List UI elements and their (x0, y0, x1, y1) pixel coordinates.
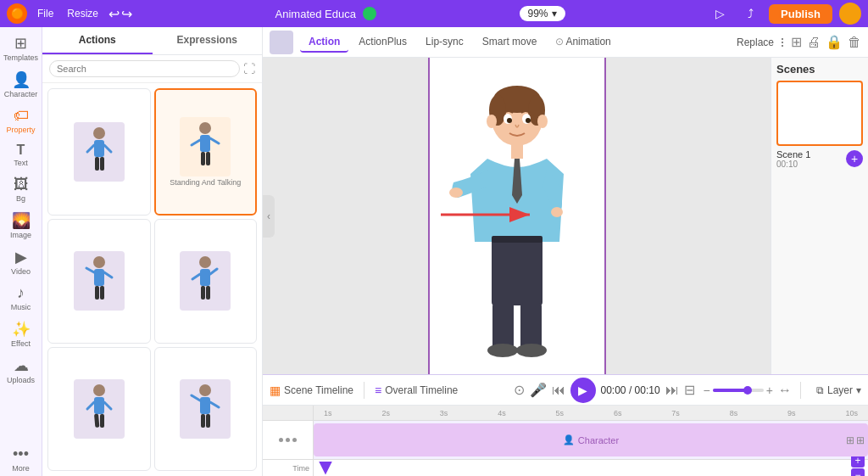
more-label: More (12, 464, 30, 473)
sidebar-item-effect[interactable]: ✨ Effect (2, 316, 41, 351)
zoom-in-icon[interactable]: + (766, 384, 773, 397)
undo-icon[interactable]: ↩ (108, 6, 120, 22)
sidebar-item-character[interactable]: 👤 Character (2, 67, 41, 102)
tab-action[interactable]: Action (300, 32, 348, 53)
panel-tabs: Actions Expressions (42, 27, 262, 55)
tl-expand-icon[interactable]: ↔ (778, 383, 792, 398)
action-item-3[interactable] (47, 219, 151, 343)
tl-skip-back-icon[interactable]: ⏮ (552, 383, 565, 398)
time-decrease-button[interactable]: − (851, 468, 865, 476)
columns-icon[interactable]: ⫶ (779, 35, 786, 50)
redo-icon[interactable]: ↪ (121, 6, 132, 22)
actions-grid: Standing And Talking (42, 83, 262, 476)
tab-lipsync[interactable]: Lip-sync (417, 32, 472, 53)
expand-icon[interactable]: ⛶ (243, 62, 255, 76)
scene-timeline-button[interactable]: ▦ Scene Timeline (270, 384, 353, 397)
play-button[interactable]: ▶ (570, 378, 596, 403)
tl-camera-icon[interactable]: ⊙ (514, 382, 525, 398)
track-vol-right-icon[interactable]: ⊞ (856, 434, 865, 446)
content-top-bar: Action ActionPlus Lip-sync Smart move ⊙A… (263, 27, 868, 58)
grid-icon[interactable]: ⊞ (791, 34, 802, 50)
scene-timeline-icon: ▦ (270, 384, 281, 397)
sidebar-item-text[interactable]: T Text (2, 139, 41, 171)
image-icon: 🌄 (12, 211, 31, 230)
zoom-fill (713, 389, 747, 392)
add-scene-button[interactable]: + (846, 150, 863, 167)
zoom-area: − + (704, 384, 773, 397)
action-item-6[interactable] (154, 347, 258, 471)
svg-rect-28 (94, 413, 99, 427)
tab-actionplus[interactable]: ActionPlus (350, 32, 415, 53)
trash-icon[interactable]: 🗑 (848, 35, 861, 50)
mark-1s: 1s (324, 409, 332, 417)
tab-actions[interactable]: Actions (42, 27, 153, 54)
sidebar-item-more[interactable]: ••• More (2, 442, 41, 476)
playhead-marker[interactable] (319, 462, 332, 475)
tl-mic-icon[interactable]: 🎤 (530, 382, 547, 398)
ruler-corner (263, 406, 313, 421)
bg-icon: 🖼 (14, 176, 29, 193)
sidebar-item-templates[interactable]: ⊞ Templates (2, 31, 41, 65)
svg-rect-17 (100, 286, 104, 300)
character-track[interactable]: 👤 Character ⊞ ⊞ (314, 423, 868, 456)
mark-6s: 6s (614, 409, 622, 417)
menu-file[interactable]: File (34, 8, 57, 20)
zoom-out-icon[interactable]: − (704, 384, 710, 397)
mark-7s: 7s (671, 409, 680, 417)
bg-label: Bg (16, 194, 25, 203)
sidebar-item-property[interactable]: 🏷 Property (2, 104, 41, 137)
layer-control: ⧉ Layer ▾ (816, 384, 861, 396)
action-item-5[interactable] (47, 347, 151, 471)
svg-point-41 (537, 115, 548, 128)
svg-point-24 (93, 384, 105, 396)
track-vol-left-icon[interactable]: ⊞ (846, 434, 854, 446)
share-icon[interactable]: ⤴ (738, 2, 762, 25)
text-icon: T (17, 143, 25, 158)
overall-timeline-button[interactable]: ≡ Overall Timeline (375, 384, 458, 397)
time-display: 00:00 / 00:10 (601, 384, 660, 396)
scene-thumbnail-1[interactable] (776, 81, 863, 146)
dot-2 (286, 438, 290, 442)
templates-icon: ⊞ (14, 34, 27, 53)
sidebar-item-video[interactable]: ▶ Video (2, 244, 41, 279)
tab-smartmove[interactable]: Smart move (474, 32, 546, 53)
canvas[interactable] (428, 58, 606, 374)
topbar: 🟠 File Resize ↩ ↪ Animated Educa 99% ▾ ▷… (0, 0, 868, 27)
track-end-icons: ⊞ ⊞ (846, 434, 865, 446)
sidebar-item-image[interactable]: 🌄 Image (2, 208, 41, 243)
tab-expressions[interactable]: Expressions (153, 27, 263, 54)
timeline-header: ▦ Scene Timeline ≡ Overall Timeline ⊙ 🎤 … (263, 375, 868, 406)
sidebar-item-uploads[interactable]: ☁ Uploads (2, 353, 41, 388)
tl-skip-forward-icon[interactable]: ⏭ (665, 383, 679, 398)
zoom-display[interactable]: 99% ▾ (520, 6, 565, 21)
user-avatar[interactable] (839, 3, 861, 25)
lock-icon[interactable]: 🔒 (826, 34, 843, 50)
svg-rect-46 (511, 143, 523, 159)
sidebar-item-bg[interactable]: 🖼 Bg (2, 172, 41, 206)
project-name: Animated Educa (275, 8, 356, 20)
svg-line-20 (192, 274, 200, 279)
print-icon[interactable]: 🖨 (807, 35, 821, 50)
main-area: ⊞ Templates 👤 Character 🏷 Property T Tex… (0, 27, 868, 476)
sidebar-item-music[interactable]: ♪ Music (2, 281, 41, 315)
action-item-1[interactable] (47, 88, 151, 216)
tab-animation[interactable]: ⊙Animation (547, 32, 619, 53)
zoom-thumb[interactable] (743, 386, 752, 395)
track-label-area (263, 421, 313, 459)
canvas-scenes-area: ‹ (263, 58, 868, 374)
video-icon: ▶ (15, 248, 27, 266)
save-status-icon (363, 7, 376, 20)
menu-resize[interactable]: Resize (64, 8, 102, 20)
preview-icon[interactable]: ▷ (708, 2, 732, 25)
search-input[interactable] (49, 60, 240, 77)
image-label: Image (10, 231, 31, 239)
action-item-4[interactable] (154, 219, 258, 343)
publish-button[interactable]: Publish (769, 4, 832, 24)
collapse-panel-handle[interactable]: ‹ (263, 195, 275, 238)
tl-caption-icon[interactable]: ⊟ (684, 382, 695, 398)
action-item-standing-talking[interactable]: Standing And Talking (154, 88, 258, 216)
mark-3s: 3s (440, 409, 448, 417)
layer-chevron-icon[interactable]: ▾ (856, 384, 861, 396)
scene-info-1: Scene 1 00:10 + (776, 149, 863, 169)
scenes-panel: Scenes Scene 1 00:10 + (771, 58, 868, 374)
